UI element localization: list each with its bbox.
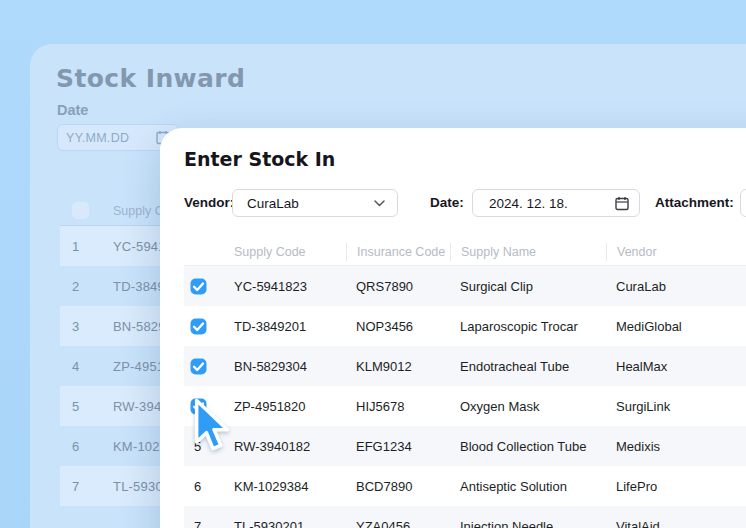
row-number: 3 [72,319,92,334]
supply-code-cell: TD-3849201 [224,319,346,334]
row-select-cell: 4 [184,398,224,415]
row-number: 5 [190,439,201,454]
vendor-cell: VitalAid [606,519,746,528]
row-select-cell: 3 [184,358,224,375]
table-row[interactable]: 1 YC-5941823 QRS7890 Surgical Clip CuraL… [184,266,746,306]
screen: Stock Inward Date YY.MM.DD Supply Code 1… [0,0,746,528]
date-label: Date [57,102,88,118]
table-row[interactable]: 4 ZP-4951820 HIJ5678 Oxygen Mask SurgiLi… [184,386,746,426]
vendor-cell: Medixis [606,439,746,454]
vendor-cell: SurgiLink [606,399,746,414]
chevron-down-icon [374,200,385,207]
row-number: 4 [72,359,92,374]
supply-name-cell: Injection Needle [450,519,606,528]
insurance-code-cell: EFG1234 [346,439,450,454]
supply-code-cell: YC-5941823 [224,279,346,294]
supply-name-cell: Surgical Clip [450,279,606,294]
row-checkbox[interactable] [190,278,207,295]
column-header-supply-name: Supply Name [450,243,606,261]
supply-code-cell: RW-3940182 [224,439,346,454]
insurance-code-cell: QRS7890 [346,279,450,294]
supply-code-cell: BN-5829304 [224,359,346,374]
insurance-code-cell: YZA0456 [346,519,450,528]
vendor-cell: LifePro [606,479,746,494]
supply-code-cell: TL-5930201 [224,519,346,528]
column-header-supply-code: Supply Code [224,243,346,261]
modal-date-label: Date: [430,189,464,217]
row-number: 6 [72,439,92,454]
supply-code-cell: KM-1029384 [224,479,346,494]
vendor-cell: HealMax [606,359,746,374]
modal-table-header: Supply Code Insurance Code Supply Name V… [184,238,746,266]
supply-name-cell: Laparoscopic Trocar [450,319,606,334]
row-number: 2 [72,279,92,294]
row-checkbox[interactable] [190,318,207,335]
row-checkbox[interactable] [190,398,207,415]
insurance-code-cell: BCD7890 [346,479,450,494]
calendar-icon [615,196,629,211]
column-header-insurance-code: Insurance Code [346,243,450,261]
insurance-code-cell: NOP3456 [346,319,450,334]
row-number: 6 [190,479,201,494]
vendor-label: Vendor: [184,189,234,217]
row-select-cell: 2 [184,318,224,335]
table-row[interactable]: 3 BN-5829304 KLM9012 Endotracheal Tube H… [184,346,746,386]
header-checkbox-cell [184,243,224,261]
table-row[interactable]: 2 TD-3849201 NOP3456 Laparoscopic Trocar… [184,306,746,346]
row-number: 7 [72,479,92,494]
modal-title: Enter Stock In [184,148,335,170]
insurance-code-cell: KLM9012 [346,359,450,374]
column-header-vendor: Vendor [606,243,746,261]
row-number: 5 [72,399,92,414]
table-row[interactable]: 5 RW-3940182 EFG1234 Blood Collection Tu… [184,426,746,466]
row-select-cell: 1 [184,278,224,295]
vendor-cell: CuraLab [606,279,746,294]
attachment-label: Attachment: [655,189,734,217]
vendor-selected-value: CuraLab [247,196,374,211]
modal-date-input[interactable]: 2024. 12. 18. [472,189,640,217]
row-number: 1 [72,239,92,254]
insurance-code-cell: HIJ5678 [346,399,450,414]
enter-stock-in-modal: Enter Stock In Vendor: CuraLab Date: 202… [160,128,746,528]
supply-name-cell: Blood Collection Tube [450,439,606,454]
page-title: Stock Inward [56,64,245,93]
select-all-checkbox[interactable] [72,202,89,219]
modal-date-value: 2024. 12. 18. [489,196,615,211]
vendor-select[interactable]: CuraLab [232,189,398,217]
date-placeholder: YY.MM.DD [66,131,156,145]
supply-name-cell: Oxygen Mask [450,399,606,414]
row-select-cell: 5 [184,439,224,454]
supply-code-cell: ZP-4951820 [224,399,346,414]
row-checkbox[interactable] [190,358,207,375]
row-select-cell: 6 [184,479,224,494]
table-row[interactable]: 7 TL-5930201 YZA0456 Injection Needle Vi… [184,506,746,528]
row-select-cell: 7 [184,519,224,528]
supply-name-cell: Antiseptic Solution [450,479,606,494]
row-number: 7 [190,519,201,528]
attachment-input[interactable] [740,189,746,217]
vendor-cell: MediGlobal [606,319,746,334]
table-row[interactable]: 6 KM-1029384 BCD7890 Antiseptic Solution… [184,466,746,506]
modal-table-rows: 1 YC-5941823 QRS7890 Surgical Clip CuraL… [184,266,746,528]
modal-supply-table: Supply Code Insurance Code Supply Name V… [184,238,746,528]
supply-name-cell: Endotracheal Tube [450,359,606,374]
